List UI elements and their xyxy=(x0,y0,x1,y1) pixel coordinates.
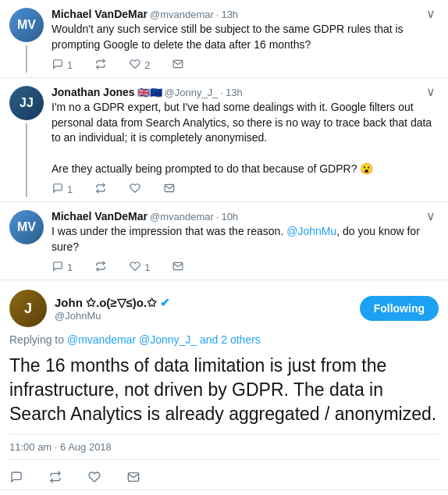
tweet-header-3: Michael VanDeMar @mvandemar · 10h ∨ xyxy=(52,210,439,223)
replying-to-user-1[interactable]: @mvandemar xyxy=(67,333,136,346)
reply-btn-1[interactable]: 1 xyxy=(52,57,73,73)
main-tweet-user: J John ✩.o(≥▽≤)o.✩ ✔ @JohnMu xyxy=(9,290,170,327)
dm-icon-3 xyxy=(172,261,184,273)
avatar-col-2: JJ xyxy=(9,86,44,197)
reply-count-2: 1 xyxy=(67,183,73,195)
main-user-info: John ✩.o(≥▽≤)o.✩ ✔ @JohnMu xyxy=(55,296,170,322)
like-icon-1 xyxy=(129,59,141,71)
retweet-btn-3[interactable] xyxy=(94,259,107,275)
tweet-header-left-3: Michael VanDeMar @mvandemar · 10h xyxy=(52,210,420,223)
like-btn-1[interactable]: 2 xyxy=(129,57,150,73)
tweet-item-3: MV Michael VanDeMar @mvandemar · 10h ∨ I… xyxy=(0,202,448,280)
reply-btn-3[interactable]: 1 xyxy=(52,259,73,275)
display-name-1: Michael VanDeMar xyxy=(52,8,148,20)
main-avatar: J xyxy=(9,290,47,327)
main-tweet-section: J John ✩.o(≥▽≤)o.✩ ✔ @JohnMu Following R… xyxy=(0,280,448,490)
main-tweet-header: J John ✩.o(≥▽≤)o.✩ ✔ @JohnMu Following xyxy=(9,290,439,327)
dm-btn-1[interactable] xyxy=(172,57,184,73)
like-btn-3[interactable]: 1 xyxy=(129,259,150,275)
tweet-content-1: Michael VanDeMar @mvandemar · 13h ∨ Woul… xyxy=(52,8,439,73)
main-reply-icon xyxy=(9,471,23,485)
reply-icon-1 xyxy=(52,59,64,71)
tweet-item-2: JJ Jonathan Jones 🇬🇧🇪🇺 @Jonny_J_ · 13h ∨… xyxy=(0,78,448,202)
like-icon-2 xyxy=(129,183,141,195)
reply-icon-2 xyxy=(52,183,64,195)
main-like-btn[interactable] xyxy=(87,469,101,486)
tweet-content-2: Jonathan Jones 🇬🇧🇪🇺 @Jonny_J_ · 13h ∨ I'… xyxy=(52,86,439,197)
tweet-item-1: MV Michael VanDeMar @mvandemar · 13h ∨ W… xyxy=(0,0,448,78)
dm-btn-2[interactable] xyxy=(163,181,176,197)
mention-johnmu[interactable]: @JohnMu xyxy=(286,225,336,237)
replying-to: Replying to @mvandemar @Jonny_J_ and 2 o… xyxy=(9,333,439,346)
main-screen-name: @JohnMu xyxy=(55,310,170,322)
avatar-col-3: MV xyxy=(9,210,44,275)
avatar-2: JJ xyxy=(9,86,44,120)
replying-to-others[interactable]: and 2 others xyxy=(200,333,261,346)
main-tweet-actions xyxy=(9,463,439,490)
like-count-3: 1 xyxy=(144,262,150,273)
following-button[interactable]: Following xyxy=(360,296,439,321)
tweet-actions-3: 1 1 xyxy=(52,259,439,275)
tweet-time-3: 10h xyxy=(221,211,238,223)
main-dm-icon xyxy=(126,471,140,485)
avatar-1: MV xyxy=(9,8,44,42)
avatar-3: MV xyxy=(9,210,44,244)
tweet-menu-btn-3[interactable]: ∨ xyxy=(423,210,439,223)
main-reply-btn[interactable] xyxy=(9,469,23,486)
display-name-3: Michael VanDeMar xyxy=(52,210,148,223)
tweet-text-3: I was under the impression that was the … xyxy=(52,224,439,255)
reply-count-1: 1 xyxy=(67,59,73,71)
retweet-btn-2[interactable] xyxy=(94,181,107,197)
main-display-name: John ✩.o(≥▽≤)o.✩ ✔ xyxy=(55,296,170,310)
tweet-menu-btn-2[interactable]: ∨ xyxy=(423,86,439,98)
tweet-time-2: 13h xyxy=(226,87,243,98)
thread-line-1 xyxy=(26,45,27,73)
main-like-icon xyxy=(87,471,101,485)
screen-name-1: @mvandemar xyxy=(150,9,214,20)
tweet-text-1: Wouldn't any such service still be subje… xyxy=(52,22,439,52)
tweet-header-left-1: Michael VanDeMar @mvandemar · 13h xyxy=(52,8,420,20)
main-retweet-btn[interactable] xyxy=(48,469,62,486)
flag-2: 🇬🇧🇪🇺 xyxy=(137,87,162,98)
dm-icon-1 xyxy=(172,59,184,71)
reply-icon-3 xyxy=(52,261,64,273)
retweet-icon-1 xyxy=(94,59,107,71)
thread-line-2 xyxy=(26,123,27,197)
display-name-2: Jonathan Jones xyxy=(52,86,135,98)
reply-count-3: 1 xyxy=(67,262,73,273)
screen-name-2: @Jonny_J_ xyxy=(165,87,219,98)
avatar-col-1: MV xyxy=(9,8,44,73)
tweet-actions-2: 1 xyxy=(52,181,439,197)
main-dm-btn[interactable] xyxy=(126,469,140,486)
like-count-1: 2 xyxy=(144,59,150,71)
tweet-header-left-2: Jonathan Jones 🇬🇧🇪🇺 @Jonny_J_ · 13h xyxy=(52,86,420,98)
main-tweet-timestamp: 11:00 am · 6 Aug 2018 xyxy=(9,434,439,460)
retweet-icon-2 xyxy=(94,183,107,195)
verified-badge: ✔ xyxy=(160,296,170,310)
retweet-btn-1[interactable] xyxy=(94,57,107,73)
dm-icon-2 xyxy=(163,183,176,195)
main-retweet-icon xyxy=(48,471,62,485)
tweet-menu-btn-1[interactable]: ∨ xyxy=(423,8,439,20)
reply-btn-2[interactable]: 1 xyxy=(52,181,73,197)
like-btn-2[interactable] xyxy=(129,181,141,197)
tweet-header-1: Michael VanDeMar @mvandemar · 13h ∨ xyxy=(52,8,439,20)
main-tweet-text: The 16 months of data limitation is just… xyxy=(9,354,439,426)
tweet-time-1: 13h xyxy=(221,9,238,20)
screen-name-3: @mvandemar xyxy=(150,211,214,223)
tweet-text-2: I'm no a GDPR expert, but I've had some … xyxy=(52,100,439,176)
dm-btn-3[interactable] xyxy=(172,259,184,275)
retweet-icon-3 xyxy=(94,261,107,273)
tweet-actions-1: 1 2 xyxy=(52,57,439,73)
tweet-content-3: Michael VanDeMar @mvandemar · 10h ∨ I wa… xyxy=(52,210,439,275)
replying-to-user-2[interactable]: @Jonny_J_ xyxy=(139,333,197,346)
tweet-header-2: Jonathan Jones 🇬🇧🇪🇺 @Jonny_J_ · 13h ∨ xyxy=(52,86,439,98)
like-icon-3 xyxy=(129,261,141,273)
